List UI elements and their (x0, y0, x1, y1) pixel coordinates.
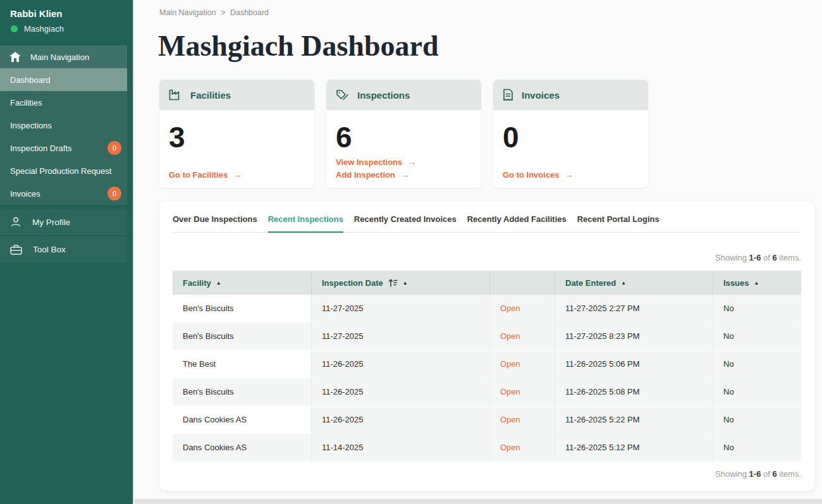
sidebar-item-inspections[interactable]: Inspections (0, 114, 127, 137)
cell-date-entered: 11-27-2025 2:27 PM (555, 295, 713, 322)
cell-date-entered: 11-26-2025 5:12 PM (555, 434, 713, 461)
sidebar-item-facilities[interactable]: Facilities (0, 91, 127, 114)
breadcrumb: Main Navigation > Dashboard (159, 8, 271, 17)
cell-issues: No (713, 295, 801, 322)
go-to-facilities-link[interactable]: Go to Facilities→ (169, 170, 242, 180)
invoices-count: 0 (503, 123, 519, 152)
sidebar: Rabbi Klien Mashgiach Main Navigation Da… (0, 0, 133, 504)
sidebar-edge-divider (133, 0, 134, 504)
column-header-actions (490, 271, 555, 295)
nav-section-label: Main Navigation (30, 52, 89, 62)
cell-status: Open (490, 323, 555, 350)
sidebar-item-special-production-request[interactable]: Special Production Request (0, 159, 127, 182)
go-to-invoices-link[interactable]: Go to Invoices→ (503, 170, 574, 180)
cell-issues: No (713, 350, 801, 378)
card-title: Facilities (190, 90, 231, 101)
table-row: Ben's Biscuits 11-27-2025 Open 11-27-202… (173, 295, 801, 323)
horizontal-scrollbar[interactable] (134, 499, 822, 504)
inspection-drafts-badge: 0 (107, 141, 121, 155)
cell-date-entered: 11-26-2025 5:22 PM (555, 406, 713, 433)
tags-icon (336, 89, 349, 101)
breadcrumb-separator: > (221, 8, 225, 17)
card-invoices-header: Invoices (493, 80, 648, 110)
card-title: Invoices (522, 90, 560, 101)
sort-asc-icon: ▲ (621, 280, 626, 286)
card-facilities: Facilities 3 Go to Facilities→ (159, 80, 314, 188)
cell-issues: No (713, 406, 801, 433)
tab-bar: Over Due Inspections Recent Inspections … (173, 214, 801, 233)
toolbox-icon (10, 244, 22, 255)
breadcrumb-dashboard: Dashboard (230, 8, 269, 17)
cell-date-entered: 11-26-2025 5:06 PM (555, 350, 713, 378)
tab-over-due-inspections[interactable]: Over Due Inspections (173, 214, 257, 232)
nav-footer: My Profile Tool Box (0, 209, 127, 262)
factory-icon (169, 89, 182, 101)
open-link[interactable]: Open (500, 415, 520, 424)
open-link[interactable]: Open (500, 359, 520, 369)
open-link[interactable]: Open (500, 387, 520, 396)
table-summary-bottom: Showing 1-6 of 6 items. (715, 469, 801, 479)
sidebar-item-dashboard[interactable]: Dashboard (0, 68, 127, 91)
cell-inspection-date: 11-14-2025 (312, 434, 490, 461)
sidebar-item-invoices[interactable]: Invoices 0 (0, 182, 127, 205)
tab-recently-added-facilities[interactable]: Recently Added Facilities (467, 214, 567, 232)
page-title: Mashgiach Dashboard (158, 29, 438, 63)
cell-date-entered: 11-27-2025 8:23 PM (555, 323, 713, 350)
column-header-date-entered[interactable]: Date Entered ▲ (555, 271, 713, 295)
tab-recently-created-invoices[interactable]: Recently Created Invoices (354, 214, 457, 232)
tab-recent-portal-logins[interactable]: Recent Portal Logins (577, 214, 659, 232)
open-link[interactable]: Open (500, 331, 520, 341)
sidebar-item-tool-box[interactable]: Tool Box (0, 236, 127, 262)
sort-asc-icon: ▲ (216, 280, 221, 286)
table-summary-top: Showing 1-6 of 6 items. (715, 253, 801, 262)
user-role: Mashgiach (24, 24, 64, 34)
cell-facility: Ben's Biscuits (173, 323, 312, 350)
cell-issues: No (713, 378, 801, 405)
facilities-count: 3 (169, 123, 185, 152)
column-header-inspection-date[interactable]: Inspection Date ▲ (312, 271, 490, 295)
card-facilities-header: Facilities (159, 80, 314, 110)
cell-facility: Dans Cookies AS (173, 406, 312, 433)
online-status-dot (11, 25, 18, 32)
cell-status: Open (490, 295, 555, 322)
user-block: Rabbi Klien Mashgiach (0, 0, 133, 40)
open-link[interactable]: Open (500, 443, 520, 452)
breadcrumb-main-navigation[interactable]: Main Navigation (159, 8, 216, 17)
add-inspection-link[interactable]: Add Inspection→ (336, 170, 416, 180)
dashboard-panel: Over Due Inspections Recent Inspections … (159, 201, 814, 491)
table-row: Ben's Biscuits 11-26-2025 Open 11-26-202… (173, 378, 801, 406)
recent-inspections-table: Facility ▲ Inspection Date ▲ Date Entere… (173, 271, 801, 462)
cell-status: Open (490, 350, 555, 378)
card-invoices: Invoices 0 Go to Invoices→ (493, 80, 648, 188)
cell-inspection-date: 11-27-2025 (312, 295, 490, 322)
cell-issues: No (713, 323, 801, 350)
stat-cards: Facilities 3 Go to Facilities→ Inspectio… (159, 80, 648, 188)
arrow-right-icon: → (233, 170, 242, 180)
table-row: Ben's Biscuits 11-27-2025 Open 11-27-202… (173, 323, 801, 350)
card-title: Inspections (357, 90, 410, 101)
cell-status: Open (490, 434, 555, 461)
invoice-icon (503, 89, 513, 101)
nav-section-main-navigation[interactable]: Main Navigation (0, 46, 127, 68)
cell-inspection-date: 11-26-2025 (312, 406, 490, 433)
tab-recent-inspections[interactable]: Recent Inspections (268, 214, 343, 233)
table-header-row: Facility ▲ Inspection Date ▲ Date Entere… (173, 271, 801, 295)
inspections-count: 6 (336, 123, 352, 152)
sidebar-item-my-profile[interactable]: My Profile (0, 209, 127, 235)
sidebar-item-inspection-drafts[interactable]: Inspection Drafts 0 (0, 137, 127, 159)
invoices-badge: 0 (107, 187, 121, 200)
column-header-issues[interactable]: Issues ▲ (713, 271, 801, 295)
card-inspections: Inspections 6 View Inspections→ Add Insp… (326, 80, 481, 188)
nav-items: Dashboard Facilities Inspections Inspect… (0, 68, 127, 205)
sort-asc-icon: ▲ (403, 280, 408, 286)
open-link[interactable]: Open (500, 304, 520, 313)
view-inspections-link[interactable]: View Inspections→ (336, 157, 416, 167)
sort-asc-icon: ▲ (754, 280, 759, 286)
arrow-right-icon: → (565, 170, 574, 180)
arrow-right-icon: → (408, 157, 416, 167)
column-header-facility[interactable]: Facility ▲ (173, 271, 312, 295)
cell-facility: Dans Cookies AS (173, 434, 312, 461)
arrow-right-icon: → (401, 170, 409, 180)
card-inspections-header: Inspections (326, 80, 481, 110)
cell-date-entered: 11-26-2025 5:08 PM (555, 378, 713, 405)
